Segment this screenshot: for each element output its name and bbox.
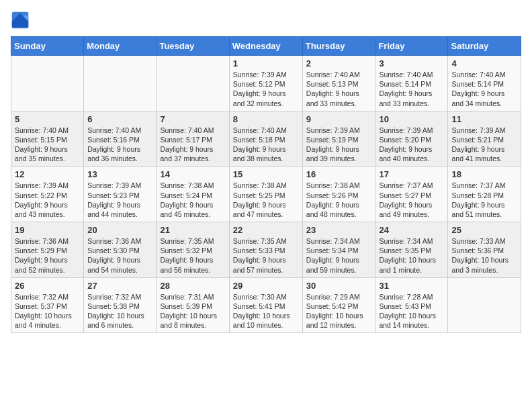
day-header-tuesday: Tuesday: [157, 37, 229, 56]
day-number: 22: [233, 225, 299, 235]
calendar-week-row: 5Sunrise: 7:40 AM Sunset: 5:15 PM Daylig…: [11, 111, 521, 167]
day-number: 23: [306, 225, 372, 235]
calendar-cell: 23Sunrise: 7:34 AM Sunset: 5:34 PM Dayli…: [302, 222, 375, 278]
day-info: Sunrise: 7:38 AM Sunset: 5:24 PM Dayligh…: [160, 181, 225, 219]
day-header-saturday: Saturday: [448, 37, 521, 56]
calendar-week-row: 12Sunrise: 7:39 AM Sunset: 5:22 PM Dayli…: [11, 167, 521, 222]
day-info: Sunrise: 7:34 AM Sunset: 5:35 PM Dayligh…: [379, 236, 444, 275]
day-number: 27: [87, 281, 152, 291]
day-number: 3: [379, 58, 444, 68]
day-number: 25: [451, 225, 517, 235]
calendar-cell: 16Sunrise: 7:38 AM Sunset: 5:26 PM Dayli…: [302, 167, 375, 222]
day-number: 1: [233, 58, 299, 68]
day-info: Sunrise: 7:31 AM Sunset: 5:39 PM Dayligh…: [160, 292, 225, 330]
day-info: Sunrise: 7:39 AM Sunset: 5:20 PM Dayligh…: [379, 126, 444, 164]
calendar-cell: 2Sunrise: 7:40 AM Sunset: 5:13 PM Daylig…: [302, 56, 375, 111]
day-number: 20: [87, 225, 152, 235]
day-number: 12: [15, 169, 80, 179]
calendar-cell: 12Sunrise: 7:39 AM Sunset: 5:22 PM Dayli…: [11, 167, 84, 222]
calendar-cell: 29Sunrise: 7:30 AM Sunset: 5:41 PM Dayli…: [229, 277, 302, 333]
calendar-week-row: 1Sunrise: 7:39 AM Sunset: 5:12 PM Daylig…: [11, 56, 521, 111]
day-info: Sunrise: 7:35 AM Sunset: 5:33 PM Dayligh…: [233, 236, 299, 275]
calendar-cell: 27Sunrise: 7:32 AM Sunset: 5:38 PM Dayli…: [84, 277, 157, 333]
calendar-cell: [448, 277, 521, 333]
day-number: 19: [15, 225, 80, 235]
day-info: Sunrise: 7:39 AM Sunset: 5:23 PM Dayligh…: [87, 181, 152, 219]
day-header-wednesday: Wednesday: [229, 37, 302, 56]
day-number: 30: [306, 281, 372, 291]
day-info: Sunrise: 7:38 AM Sunset: 5:26 PM Dayligh…: [306, 181, 372, 219]
calendar-cell: 14Sunrise: 7:38 AM Sunset: 5:24 PM Dayli…: [157, 167, 229, 222]
calendar-cell: 8Sunrise: 7:40 AM Sunset: 5:18 PM Daylig…: [229, 111, 302, 167]
calendar-cell: [84, 56, 157, 111]
day-number: 4: [451, 58, 517, 68]
calendar-cell: 13Sunrise: 7:39 AM Sunset: 5:23 PM Dayli…: [84, 167, 157, 222]
day-info: Sunrise: 7:39 AM Sunset: 5:22 PM Dayligh…: [15, 181, 80, 219]
calendar-cell: 18Sunrise: 7:37 AM Sunset: 5:28 PM Dayli…: [448, 167, 521, 222]
calendar-cell: 15Sunrise: 7:38 AM Sunset: 5:25 PM Dayli…: [229, 167, 302, 222]
day-info: Sunrise: 7:30 AM Sunset: 5:41 PM Dayligh…: [233, 292, 299, 330]
day-number: 14: [160, 169, 225, 179]
calendar-cell: [157, 56, 229, 111]
calendar-cell: 20Sunrise: 7:36 AM Sunset: 5:30 PM Dayli…: [84, 222, 157, 278]
day-number: 31: [379, 281, 444, 291]
calendar-cell: 6Sunrise: 7:40 AM Sunset: 5:16 PM Daylig…: [84, 111, 157, 167]
day-number: 28: [160, 281, 225, 291]
day-number: 9: [306, 114, 372, 124]
calendar-week-row: 26Sunrise: 7:32 AM Sunset: 5:37 PM Dayli…: [11, 277, 521, 333]
page-header: [11, 11, 521, 30]
day-number: 15: [233, 169, 299, 179]
day-info: Sunrise: 7:34 AM Sunset: 5:34 PM Dayligh…: [306, 236, 372, 275]
calendar-cell: 5Sunrise: 7:40 AM Sunset: 5:15 PM Daylig…: [11, 111, 84, 167]
calendar-cell: 30Sunrise: 7:29 AM Sunset: 5:42 PM Dayli…: [302, 277, 375, 333]
day-info: Sunrise: 7:40 AM Sunset: 5:13 PM Dayligh…: [306, 70, 372, 108]
day-info: Sunrise: 7:32 AM Sunset: 5:37 PM Dayligh…: [15, 292, 80, 330]
day-header-sunday: Sunday: [11, 37, 84, 56]
calendar-cell: 28Sunrise: 7:31 AM Sunset: 5:39 PM Dayli…: [157, 277, 229, 333]
day-info: Sunrise: 7:40 AM Sunset: 5:14 PM Dayligh…: [451, 70, 517, 108]
day-number: 10: [379, 114, 444, 124]
day-info: Sunrise: 7:37 AM Sunset: 5:28 PM Dayligh…: [451, 181, 517, 219]
calendar-cell: 25Sunrise: 7:33 AM Sunset: 5:36 PM Dayli…: [448, 222, 521, 278]
calendar-cell: 26Sunrise: 7:32 AM Sunset: 5:37 PM Dayli…: [11, 277, 84, 333]
day-number: 6: [87, 114, 152, 124]
day-number: 13: [87, 169, 152, 179]
day-number: 2: [306, 58, 372, 68]
day-info: Sunrise: 7:29 AM Sunset: 5:42 PM Dayligh…: [306, 292, 372, 330]
logo-icon: [11, 11, 30, 30]
day-info: Sunrise: 7:36 AM Sunset: 5:29 PM Dayligh…: [15, 236, 80, 275]
day-info: Sunrise: 7:40 AM Sunset: 5:17 PM Dayligh…: [160, 126, 225, 164]
day-header-thursday: Thursday: [302, 37, 375, 56]
calendar-cell: 31Sunrise: 7:28 AM Sunset: 5:43 PM Dayli…: [375, 277, 448, 333]
logo: [11, 11, 32, 30]
day-number: 24: [379, 225, 444, 235]
day-info: Sunrise: 7:40 AM Sunset: 5:14 PM Dayligh…: [379, 70, 444, 108]
calendar-cell: 3Sunrise: 7:40 AM Sunset: 5:14 PM Daylig…: [375, 56, 448, 111]
calendar-cell: [11, 56, 84, 111]
day-info: Sunrise: 7:40 AM Sunset: 5:16 PM Dayligh…: [87, 126, 152, 164]
day-number: 29: [233, 281, 299, 291]
day-number: 21: [160, 225, 225, 235]
calendar-cell: 10Sunrise: 7:39 AM Sunset: 5:20 PM Dayli…: [375, 111, 448, 167]
calendar-table: SundayMondayTuesdayWednesdayThursdayFrid…: [11, 36, 521, 333]
calendar-cell: 9Sunrise: 7:39 AM Sunset: 5:19 PM Daylig…: [302, 111, 375, 167]
day-number: 18: [451, 169, 517, 179]
day-info: Sunrise: 7:39 AM Sunset: 5:12 PM Dayligh…: [233, 70, 299, 108]
day-header-monday: Monday: [84, 37, 157, 56]
day-info: Sunrise: 7:40 AM Sunset: 5:18 PM Dayligh…: [233, 126, 299, 164]
calendar-cell: 4Sunrise: 7:40 AM Sunset: 5:14 PM Daylig…: [448, 56, 521, 111]
day-info: Sunrise: 7:38 AM Sunset: 5:25 PM Dayligh…: [233, 181, 299, 219]
day-info: Sunrise: 7:35 AM Sunset: 5:32 PM Dayligh…: [160, 236, 225, 275]
day-info: Sunrise: 7:28 AM Sunset: 5:43 PM Dayligh…: [379, 292, 444, 330]
calendar-cell: 19Sunrise: 7:36 AM Sunset: 5:29 PM Dayli…: [11, 222, 84, 278]
day-number: 16: [306, 169, 372, 179]
calendar-cell: 21Sunrise: 7:35 AM Sunset: 5:32 PM Dayli…: [157, 222, 229, 278]
day-info: Sunrise: 7:36 AM Sunset: 5:30 PM Dayligh…: [87, 236, 152, 275]
day-info: Sunrise: 7:40 AM Sunset: 5:15 PM Dayligh…: [15, 126, 80, 164]
day-number: 26: [15, 281, 80, 291]
day-info: Sunrise: 7:39 AM Sunset: 5:19 PM Dayligh…: [306, 126, 372, 164]
day-header-friday: Friday: [375, 37, 448, 56]
calendar-cell: 22Sunrise: 7:35 AM Sunset: 5:33 PM Dayli…: [229, 222, 302, 278]
calendar-cell: 17Sunrise: 7:37 AM Sunset: 5:27 PM Dayli…: [375, 167, 448, 222]
day-number: 8: [233, 114, 299, 124]
